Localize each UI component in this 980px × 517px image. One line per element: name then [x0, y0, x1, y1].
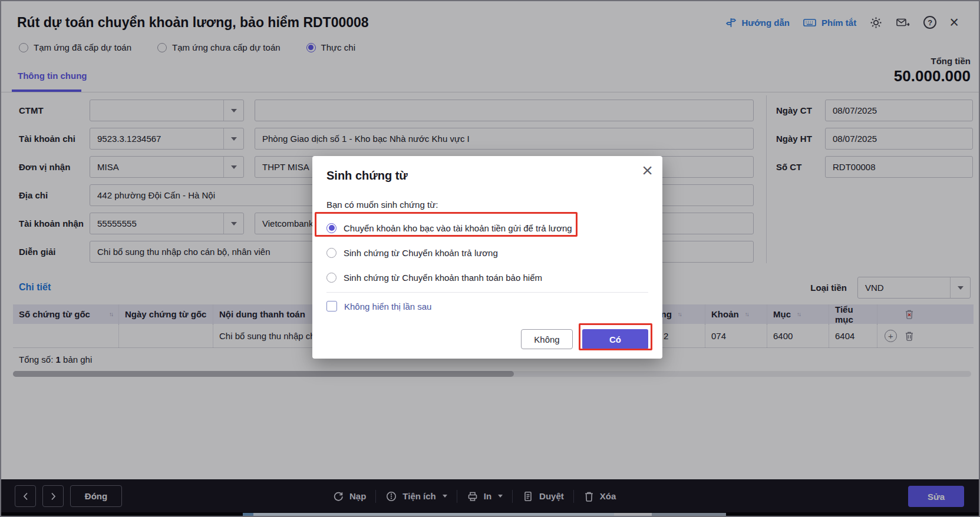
- dialog-divider: [326, 292, 648, 293]
- radio-circle-icon: [326, 248, 336, 258]
- radio-circle-icon: [326, 273, 336, 283]
- dont-show-again-option[interactable]: Không hiển thị lần sau: [326, 301, 648, 311]
- app-window: Rút dự toán chuyển khoản lương, bảo hiểm…: [0, 0, 980, 517]
- no-button[interactable]: Không: [521, 329, 573, 349]
- dialog-title: Sinh chứng từ: [326, 169, 648, 183]
- dialog-close-icon[interactable]: ×: [642, 161, 653, 180]
- option-label: Sinh chứng từ Chuyển khoản thanh toán bả…: [344, 273, 542, 283]
- option-sinh-ct-tra-luong[interactable]: Sinh chứng từ Chuyển khoản trả lương: [326, 246, 648, 259]
- dont-show-label: Không hiển thị lần sau: [344, 301, 431, 311]
- option-sinh-ct-bao-hiem[interactable]: Sinh chứng từ Chuyển khoản thanh toán bả…: [326, 271, 648, 284]
- annotation-highlight-yes-button: [579, 323, 652, 350]
- annotation-highlight-selected-option: [315, 212, 578, 237]
- option-label: Sinh chứng từ Chuyển khoản trả lương: [344, 248, 498, 258]
- dialog-prompt: Bạn có muốn sinh chứng từ:: [326, 200, 648, 210]
- checkbox-icon[interactable]: [326, 301, 337, 311]
